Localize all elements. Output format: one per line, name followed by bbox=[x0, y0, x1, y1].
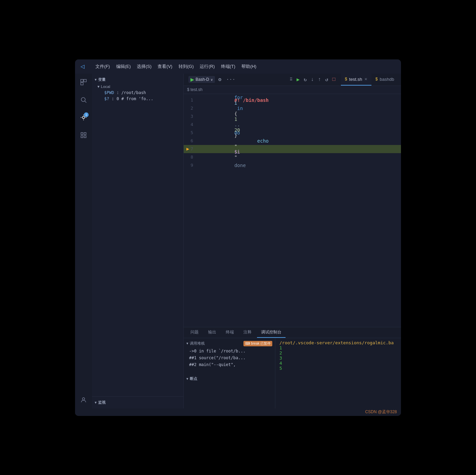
token-in: in bbox=[234, 106, 246, 111]
tab-bashdb-icon: $ bbox=[376, 77, 378, 81]
debug-toolbar: ▶ Bash-D ∨ ⚙ ··· bbox=[186, 76, 239, 84]
debug-config-select[interactable]: ▶ Bash-D ∨ bbox=[188, 76, 215, 83]
stack-item-0[interactable]: ->0 in file `/root/b... bbox=[184, 348, 275, 354]
debug-continue-icon[interactable]: ▶ bbox=[295, 76, 301, 84]
activity-search[interactable] bbox=[78, 94, 89, 106]
panel-tab-terminal[interactable]: 终端 bbox=[222, 327, 238, 338]
variables-arrow-icon: ▾ bbox=[95, 78, 97, 81]
panel-tab-problems[interactable]: 问题 bbox=[186, 327, 203, 338]
debug-chevron-icon: ∨ bbox=[210, 78, 213, 81]
menu-select[interactable]: 选择(S) bbox=[137, 63, 151, 70]
vscode-logo-icon: ◁ bbox=[80, 62, 85, 71]
activity-account[interactable] bbox=[78, 394, 89, 406]
file-tabs: $ test.sh ✕ $ bashdb bbox=[341, 74, 398, 86]
var-status[interactable]: $? : 0 # from 'fo... bbox=[95, 96, 183, 102]
menu-terminal[interactable]: 终端(T) bbox=[221, 63, 236, 70]
svg-rect-0 bbox=[81, 79, 83, 81]
line-num-1: 1 bbox=[184, 97, 198, 103]
line-content-9: done bbox=[198, 157, 246, 173]
title-bar: ◁ 文件(F) 编辑(E) 选择(S) 查看(V) 转到(G) 运行(R) 终端… bbox=[75, 59, 401, 74]
local-header[interactable]: ▾ Local bbox=[95, 84, 183, 90]
watch-arrow-icon: ▾ bbox=[95, 401, 97, 404]
paused-badge: ⌨ break 已暂停 bbox=[243, 341, 272, 346]
menu-bar: 文件(F) 编辑(E) 选择(S) 查看(V) 转到(G) 运行(R) 终端(T… bbox=[95, 63, 256, 70]
code-line-3: 3 for i in { 1 .. 20 } bbox=[184, 112, 401, 121]
terminal-line-3: 3 bbox=[279, 355, 397, 361]
svg-rect-2 bbox=[81, 82, 83, 85]
token-brace-open: { bbox=[234, 111, 237, 116]
variables-label: 变量 bbox=[98, 77, 106, 82]
svg-point-3 bbox=[81, 97, 85, 102]
svg-line-4 bbox=[85, 101, 87, 103]
terminal-path-line: /root/.vscode-server/extensions/rogalmic… bbox=[279, 340, 397, 345]
line-num-3: 3 bbox=[184, 114, 198, 119]
tab-testsh-close[interactable]: ✕ bbox=[364, 77, 367, 81]
panel-tab-debug-console-label: 调试控制台 bbox=[261, 329, 281, 335]
activity-explorer[interactable] bbox=[78, 76, 89, 88]
debug-play-icon: ▶ bbox=[190, 77, 194, 82]
editor-breadcrumb: $ test.sh bbox=[184, 86, 401, 94]
debug-restart-icon[interactable]: ↺ bbox=[324, 76, 330, 84]
editor-area: ▶ Bash-D ∨ ⚙ ··· ⠿ ▶ ↻ ↓ ↑ ↺ □ bbox=[184, 74, 401, 408]
activity-debug[interactable]: 1 bbox=[78, 112, 89, 123]
var-status-val: : 0 # from 'fo... bbox=[112, 96, 153, 101]
sidebar: ▾ 变量 ▾ Local $PWD : /root/bash $? : 0 # … bbox=[92, 74, 184, 408]
menu-run[interactable]: 运行(R) bbox=[200, 63, 215, 70]
csdn-credit: CSDN @孟华328 bbox=[365, 409, 397, 415]
var-pwd[interactable]: $PWD : /root/bash bbox=[95, 90, 183, 96]
terminal-num-5: 5 bbox=[279, 366, 282, 371]
breadcrumb-text: $ test.sh bbox=[187, 87, 202, 92]
call-stack-label: 调用堆栈 bbox=[190, 341, 205, 346]
sidebar-divider bbox=[92, 104, 183, 396]
tab-bashdb-label: bashdb bbox=[380, 77, 394, 82]
terminal-line-4: 4 bbox=[279, 361, 397, 366]
local-label: Local bbox=[101, 85, 110, 89]
tab-bar: ▶ Bash-D ∨ ⚙ ··· ⠿ ▶ ↻ ↓ ↑ ↺ □ bbox=[184, 74, 401, 86]
activity-bar: 1 bbox=[75, 74, 92, 408]
debug-settings-icon[interactable]: ⚙ bbox=[217, 76, 223, 84]
main-area: 1 ▾ 变量 ▾ bbox=[75, 74, 401, 408]
tab-testsh-label: test.sh bbox=[349, 77, 362, 82]
panel-content: ▾ 调用堆栈 ⌨ break 已暂停 ->0 in file `/root/b.… bbox=[184, 338, 401, 408]
panel-tab-output[interactable]: 输出 bbox=[204, 327, 220, 338]
debug-controls: ⠿ ▶ ↻ ↓ ↑ ↺ □ bbox=[286, 76, 340, 84]
debug-step-over-icon[interactable]: ↻ bbox=[303, 76, 308, 84]
debug-step-out-icon[interactable]: ↑ bbox=[317, 76, 323, 83]
status-bar: CSDN @孟华328 bbox=[75, 408, 401, 416]
panel-tab-comments[interactable]: 注释 bbox=[239, 327, 256, 338]
breakpoints-header[interactable]: ▾ 断点 bbox=[184, 375, 275, 383]
panel-tab-output-label: 输出 bbox=[208, 329, 216, 335]
tab-bashdb[interactable]: $ bashdb bbox=[371, 74, 398, 86]
token-echo: echo bbox=[234, 138, 272, 144]
debug-stop-icon[interactable]: □ bbox=[331, 76, 337, 83]
debug-config-name: Bash-D bbox=[196, 77, 209, 82]
svg-rect-7 bbox=[84, 132, 86, 134]
debug-badge: 1 bbox=[84, 112, 89, 117]
line-num-4: 4 bbox=[184, 122, 198, 127]
menu-help[interactable]: 帮助(H) bbox=[241, 63, 256, 70]
vscode-window: ◁ 文件(F) 编辑(E) 选择(S) 查看(V) 转到(G) 运行(R) 终端… bbox=[75, 59, 401, 416]
tab-testsh[interactable]: $ test.sh ✕ bbox=[341, 74, 371, 86]
watch-label: 监视 bbox=[98, 400, 106, 405]
var-pwd-name: $PWD bbox=[104, 90, 114, 95]
activity-extensions[interactable] bbox=[78, 129, 89, 141]
menu-file[interactable]: 文件(F) bbox=[95, 63, 110, 70]
variables-header[interactable]: ▾ 变量 bbox=[92, 76, 183, 84]
panel-tab-debug-console[interactable]: 调试控制台 bbox=[257, 327, 286, 338]
call-stack: ▾ 调用堆栈 ⌨ break 已暂停 ->0 in file `/root/b.… bbox=[184, 338, 275, 408]
panel-tab-comments-label: 注释 bbox=[243, 329, 252, 335]
terminal-output[interactable]: /root/.vscode-server/extensions/rogalmic… bbox=[275, 338, 401, 408]
stack-item-1[interactable]: ##1 source("/root/ba... bbox=[184, 354, 275, 361]
code-editor[interactable]: 1 #! /bin/bash 2 3 for i in bbox=[184, 94, 401, 327]
debug-more-icon[interactable]: ··· bbox=[225, 76, 237, 83]
panel-tab-terminal-label: 终端 bbox=[226, 329, 234, 335]
tab-testsh-icon: $ bbox=[345, 77, 347, 81]
watch-header[interactable]: ▾ 监视 bbox=[92, 399, 183, 406]
menu-view[interactable]: 查看(V) bbox=[158, 63, 172, 70]
panel-tab-problems-label: 问题 bbox=[190, 329, 199, 335]
stack-item-2[interactable]: ##2 main("--quiet", bbox=[184, 361, 275, 368]
menu-edit[interactable]: 编辑(E) bbox=[116, 63, 131, 70]
local-subsection: ▾ Local $PWD : /root/bash $? : 0 # from … bbox=[92, 84, 183, 102]
debug-step-into-icon[interactable]: ↓ bbox=[310, 76, 315, 83]
menu-goto[interactable]: 转到(G) bbox=[179, 63, 194, 70]
